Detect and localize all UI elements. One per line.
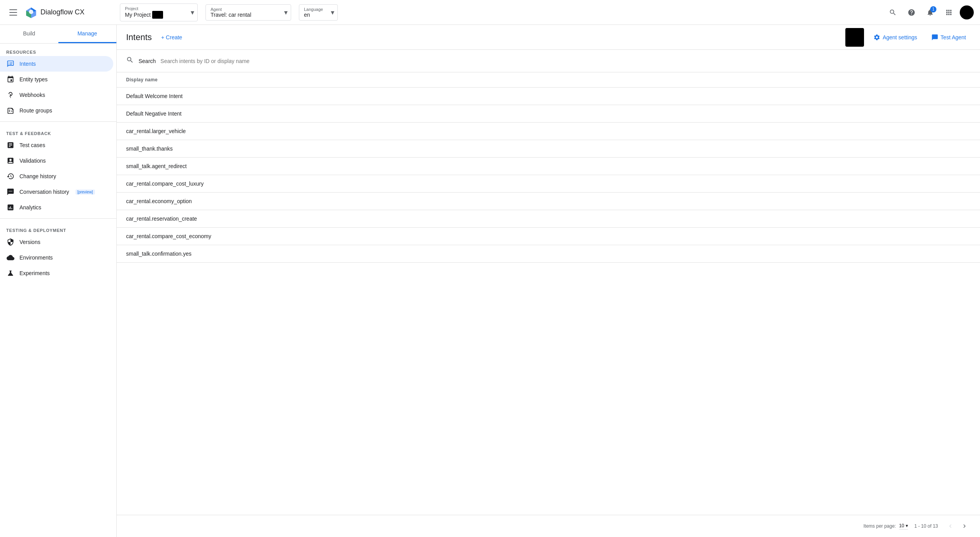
next-page-button[interactable]	[958, 520, 971, 532]
search-button[interactable]	[885, 5, 901, 20]
table-row[interactable]: car_rental.economy_option	[117, 193, 980, 210]
sidebar-tabs: Build Manage	[0, 25, 116, 44]
avatar[interactable]	[960, 5, 974, 19]
intent-name: small_talk.confirmation.yes	[117, 245, 980, 263]
settings-icon	[873, 34, 880, 41]
chevron-left-icon	[947, 523, 954, 530]
menu-button[interactable]	[6, 6, 20, 19]
test-cases-icon	[6, 141, 15, 149]
intent-name: car_rental.compare_cost_economy	[117, 228, 980, 245]
intent-name: car_rental.compare_cost_luxury	[117, 175, 980, 193]
notification-badge: 1	[930, 6, 936, 12]
logo: Dialogflow CX	[25, 6, 111, 19]
intent-name: car_rental.economy_option	[117, 193, 980, 210]
language-value: en	[304, 12, 310, 18]
table-row[interactable]: small_thank.thanks	[117, 140, 980, 158]
sidebar-item-intents[interactable]: Intents	[0, 56, 113, 72]
conversation-history-icon	[6, 188, 15, 196]
divider-2	[0, 218, 116, 219]
sidebar-label-analytics: Analytics	[19, 204, 41, 211]
intent-name: car_rental.reservation_create	[117, 210, 980, 228]
sidebar-label-webhooks: Webhooks	[19, 92, 45, 98]
route-groups-icon	[6, 107, 15, 114]
table-row[interactable]: car_rental.larger_vehicle	[117, 123, 980, 140]
per-page-select[interactable]: 10 ▾	[899, 523, 908, 530]
topbar: Dialogflow CX Project My Project ▾ Agent…	[0, 0, 980, 25]
sidebar-item-experiments[interactable]: Experiments	[0, 265, 113, 281]
help-button[interactable]	[904, 5, 919, 20]
table-header-display-name: Display name	[117, 72, 980, 88]
per-page-value: 10	[899, 523, 904, 528]
notifications-button[interactable]: 1	[922, 5, 938, 20]
agent-value: Travel: car rental	[211, 12, 251, 18]
create-button[interactable]: + Create	[156, 31, 187, 44]
search-bar: Search	[117, 50, 980, 72]
language-dropdown[interactable]: Language en ▾	[299, 4, 338, 21]
tab-build[interactable]: Build	[0, 25, 58, 43]
agent-settings-button[interactable]: Agent settings	[869, 31, 922, 44]
project-dropdown[interactable]: Project My Project ▾	[120, 4, 198, 21]
page-nav	[944, 520, 971, 532]
apps-button[interactable]	[941, 5, 957, 20]
page-title: Intents	[126, 32, 152, 42]
sidebar-item-route-groups[interactable]: Route groups	[0, 103, 113, 118]
pagination: Items per page: 10 ▾ 1 - 10 of 13	[117, 515, 980, 537]
sidebar-label-conversation-history: Conversation history	[19, 189, 69, 195]
table-row[interactable]: car_rental.compare_cost_economy	[117, 228, 980, 245]
intent-name: Default Welcome Intent	[117, 88, 980, 105]
sidebar-label-validations: Validations	[19, 158, 46, 164]
sidebar-label-entity-types: Entity types	[19, 76, 47, 82]
main-layout: Build Manage RESOURCES Intents Entity ty…	[0, 25, 980, 537]
language-arrow-icon: ▾	[331, 8, 334, 17]
items-per-page: Items per page: 10 ▾	[864, 523, 908, 530]
tab-manage[interactable]: Manage	[58, 25, 117, 43]
sidebar-item-environments[interactable]: Environments	[0, 250, 113, 265]
sidebar-item-conversation-history[interactable]: Conversation history [preview]	[0, 184, 113, 200]
table-row[interactable]: Default Welcome Intent	[117, 88, 980, 105]
test-agent-button[interactable]: Test Agent	[927, 31, 971, 44]
resources-section-label: RESOURCES	[0, 44, 116, 56]
divider-1	[0, 121, 116, 122]
analytics-icon	[6, 204, 15, 211]
intents-icon	[6, 60, 15, 68]
sidebar-item-change-history[interactable]: Change history	[0, 168, 113, 184]
table-row[interactable]: small_talk.agent_redirect	[117, 158, 980, 175]
sidebar-item-entity-types[interactable]: Entity types	[0, 72, 113, 87]
sidebar-label-versions: Versions	[19, 239, 40, 245]
content-header: Intents + Create Agent settings Test Age…	[117, 25, 980, 50]
test-agent-label: Test Agent	[941, 34, 966, 40]
page-range: 1 - 10 of 13	[914, 523, 938, 529]
table-row[interactable]: small_talk.confirmation.yes	[117, 245, 980, 263]
entity-types-icon	[6, 75, 15, 83]
sidebar-item-test-cases[interactable]: Test cases	[0, 137, 113, 153]
intent-name: small_thank.thanks	[117, 140, 980, 158]
agent-arrow-icon: ▾	[284, 8, 288, 17]
test-feedback-section-label: TEST & FEEDBACK	[0, 125, 116, 137]
table-row[interactable]: car_rental.compare_cost_luxury	[117, 175, 980, 193]
search-input[interactable]	[160, 58, 971, 64]
header-icon-block	[845, 28, 864, 47]
webhooks-icon	[6, 91, 15, 99]
search-icon	[889, 9, 897, 16]
sidebar-label-environments: Environments	[19, 254, 53, 261]
table-row[interactable]: Default Negative Intent	[117, 105, 980, 123]
table-row[interactable]: car_rental.reservation_create	[117, 210, 980, 228]
sidebar: Build Manage RESOURCES Intents Entity ty…	[0, 25, 117, 537]
environments-icon	[6, 254, 15, 261]
language-label: Language	[304, 7, 323, 12]
sidebar-item-versions[interactable]: Versions	[0, 234, 113, 250]
chat-icon	[931, 34, 938, 41]
experiments-icon	[6, 269, 15, 277]
prev-page-button[interactable]	[944, 520, 957, 532]
sidebar-item-webhooks[interactable]: Webhooks	[0, 87, 113, 103]
agent-label: Agent	[211, 7, 222, 12]
help-icon	[908, 9, 915, 16]
sidebar-item-analytics[interactable]: Analytics	[0, 200, 113, 215]
agent-dropdown[interactable]: Agent Travel: car rental ▾	[205, 4, 291, 21]
dialogflow-logo	[25, 6, 37, 19]
sidebar-item-validations[interactable]: Validations	[0, 153, 113, 168]
project-label: Project	[125, 6, 138, 11]
table-container: Display name Default Welcome IntentDefau…	[117, 72, 980, 515]
preview-badge: [preview]	[76, 190, 95, 195]
search-label: Search	[139, 58, 156, 64]
